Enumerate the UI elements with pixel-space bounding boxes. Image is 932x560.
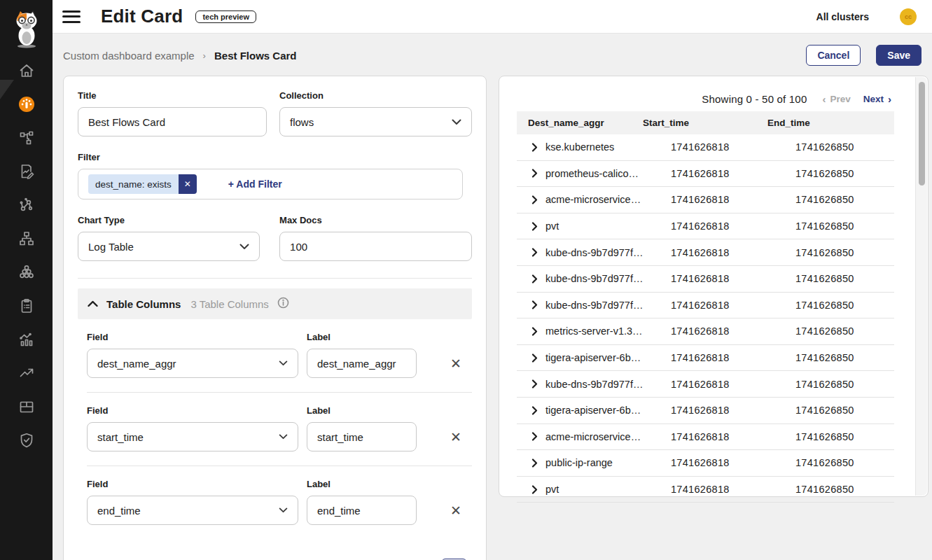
label-input[interactable]	[307, 496, 417, 525]
label-input[interactable]	[307, 422, 417, 451]
service-graph-icon[interactable]	[18, 130, 35, 146]
expand-row-chevron-icon[interactable]	[531, 300, 541, 309]
label-label: Label	[307, 332, 417, 342]
table-row[interactable]: tigera-apiserver-6b… 1741626818 17416268…	[517, 345, 894, 372]
chevron-right-icon: ›	[888, 93, 891, 105]
collection-select[interactable]: flows	[279, 107, 472, 136]
field-label: Field	[87, 332, 298, 342]
trends-icon[interactable]	[18, 365, 35, 382]
remove-column-button[interactable]: ✕	[450, 430, 461, 444]
avatar[interactable]: cc	[900, 8, 917, 25]
table-row[interactable]: prometheus-calico… 1741626818 1741626850	[517, 161, 894, 188]
field-select[interactable]: start_time	[87, 422, 298, 451]
cell-end-time: 1741626850	[795, 168, 894, 179]
cell-dest-name: public-ip-range	[545, 457, 647, 468]
compliance-reports-icon[interactable]	[18, 298, 35, 314]
add-filter-button[interactable]: + Add Filter	[228, 178, 282, 190]
prev-page-button[interactable]: ‹ Prev	[822, 93, 850, 105]
table-row[interactable]: kube-dns-9b7d977f… 1741626818 1741626850	[517, 371, 894, 398]
cell-dest-name: kube-dns-9b7d977f…	[545, 247, 647, 258]
remove-column-button[interactable]: ✕	[450, 504, 461, 517]
field-value: end_time	[97, 505, 141, 517]
next-page-button[interactable]: Next ›	[863, 93, 891, 105]
field-select[interactable]: end_time	[87, 496, 298, 525]
scrollbar-track[interactable]	[915, 77, 927, 496]
remove-column-button[interactable]: ✕	[450, 357, 461, 370]
table-row[interactable]: public-ip-range 1741626818 1741626850	[517, 450, 894, 477]
expand-row-chevron-icon[interactable]	[531, 248, 541, 257]
table-columns-section-header[interactable]: Table Columns 3 Table Columns	[78, 288, 472, 319]
expand-row-chevron-icon[interactable]	[531, 406, 541, 415]
save-button[interactable]: Save	[876, 45, 921, 66]
packages-icon[interactable]	[18, 398, 35, 415]
field-label: Field	[87, 479, 298, 489]
info-icon	[277, 297, 289, 312]
clusters-icon[interactable]	[18, 264, 35, 281]
page-title: Edit Card	[101, 6, 183, 27]
edit-card-form-panel: Title Collection flows Filter dest_name:…	[63, 76, 487, 560]
hamburger-menu-icon[interactable]	[62, 10, 81, 23]
logs-icon[interactable]	[18, 163, 35, 180]
cell-dest-name: acme-microservice…	[545, 431, 647, 442]
table-row[interactable]: pvt 1741626818 1741626850	[517, 214, 894, 240]
cell-start-time: 1741626818	[671, 220, 795, 232]
chart-type-select[interactable]: Log Table	[78, 232, 260, 261]
filter-chip-remove-icon[interactable]: ✕	[179, 174, 197, 194]
expand-row-chevron-icon[interactable]	[531, 327, 541, 336]
expand-row-chevron-icon[interactable]	[531, 222, 541, 231]
expand-row-chevron-icon[interactable]	[531, 432, 541, 441]
expand-row-chevron-icon[interactable]	[531, 379, 541, 388]
cell-dest-name: pvt	[545, 484, 647, 495]
table-row[interactable]: acme-microservice… 1741626818 1741626850	[517, 424, 894, 451]
title-input[interactable]	[78, 107, 267, 136]
label-label: Label	[307, 479, 417, 489]
next-label: Next	[863, 94, 884, 104]
app-window: Edit Card tech preview All clusters cc C…	[0, 0, 932, 560]
cell-start-time: 1741626818	[671, 247, 795, 258]
expand-row-chevron-icon[interactable]	[531, 458, 541, 468]
table-row[interactable]: kube-dns-9b7d977f… 1741626818 1741626850	[517, 293, 894, 319]
cell-end-time: 1741626850	[795, 220, 894, 232]
expand-row-chevron-icon[interactable]	[531, 274, 541, 284]
tech-preview-badge: tech preview	[195, 10, 256, 23]
table-row[interactable]: kube-dns-9b7d977f… 1741626818 1741626850	[517, 239, 894, 266]
field-select[interactable]: dest_name_aggr	[87, 349, 298, 378]
breadcrumb-separator-icon: ›	[203, 50, 206, 61]
all-clusters-selector[interactable]: All clusters	[816, 11, 869, 22]
analytics-icon[interactable]	[18, 331, 35, 348]
scrollbar-thumb[interactable]	[919, 82, 925, 186]
calico-cat-logo[interactable]	[0, 0, 53, 53]
table-row[interactable]: metrics-server-v1.3… 1741626818 17416268…	[517, 318, 894, 345]
cell-end-time: 1741626850	[795, 300, 894, 311]
chevron-down-icon	[279, 360, 288, 366]
expand-row-chevron-icon[interactable]	[531, 354, 541, 363]
expand-row-chevron-icon[interactable]	[531, 143, 541, 152]
table-column-row: Field end_time Label ✕	[87, 465, 472, 539]
label-input[interactable]	[307, 349, 417, 378]
table-columns-rows: Field dest_name_aggr Label ✕	[87, 319, 472, 539]
max-docs-input[interactable]	[279, 232, 472, 261]
table-row[interactable]: kse.kubernetes 1741626818 1741626850	[517, 134, 894, 161]
expand-row-chevron-icon[interactable]	[531, 485, 541, 494]
expand-row-chevron-icon[interactable]	[531, 169, 541, 178]
expand-row-chevron-icon[interactable]	[531, 195, 541, 204]
table-row[interactable]: tigera-apiserver-6b… 1741626818 17416268…	[517, 398, 894, 424]
column-header-dest-name: Dest_name_aggr	[517, 118, 643, 128]
breadcrumb-parent-link[interactable]: Custom dashboard example	[63, 50, 195, 62]
network-graph-icon[interactable]	[18, 197, 35, 214]
cell-end-time: 1741626850	[795, 247, 894, 258]
dashboards-icon-active[interactable]	[18, 96, 35, 113]
table-row[interactable]: pvt 1741626818 1741626850	[517, 477, 894, 503]
cell-dest-name: kube-dns-9b7d977f…	[545, 273, 647, 284]
cell-start-time: 1741626818	[671, 273, 795, 284]
sidebar	[0, 0, 53, 560]
hierarchy-icon[interactable]	[18, 230, 35, 247]
field-label: Field	[87, 405, 298, 416]
table-row[interactable]: acme-microservice… 1741626818 1741626850	[517, 187, 894, 214]
table-row[interactable]: kube-dns-9b7d977f… 1741626818 1741626850	[517, 266, 894, 293]
content-area: Custom dashboard example › Best Flows Ca…	[53, 34, 932, 560]
cancel-button[interactable]: Cancel	[806, 45, 861, 66]
filter-box[interactable]: dest_name: exists ✕ + Add Filter	[78, 169, 463, 200]
home-icon[interactable]	[18, 62, 35, 79]
security-shield-icon[interactable]	[18, 432, 35, 449]
